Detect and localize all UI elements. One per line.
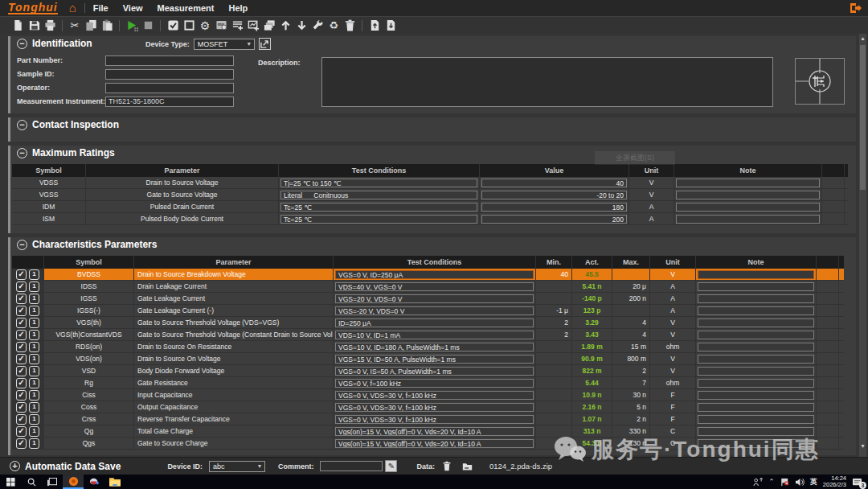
note-input[interactable]: [698, 367, 814, 376]
characteristic-row-VSD[interactable]: ✓1VSDBody Diode Forward VoltageVGS=0 V, …: [12, 365, 844, 377]
note-input[interactable]: [698, 379, 814, 388]
scroll-down-icon[interactable]: ▾: [859, 442, 866, 450]
enable-checkbox[interactable]: ✓: [16, 366, 27, 376]
edit-comment-icon[interactable]: ✎: [385, 460, 397, 472]
test-conditions-input[interactable]: VDS=40 V, VGS=0 V: [335, 282, 534, 291]
enable-checkbox[interactable]: ✓: [16, 342, 27, 352]
value-input[interactable]: 200: [481, 215, 627, 224]
vertical-scrollbar[interactable]: ▴ ▾: [859, 34, 866, 457]
maximum-ratings-header[interactable]: − Maximum Ratings: [10, 146, 856, 160]
repeat-count-button[interactable]: 1: [29, 354, 39, 364]
chart-add-icon[interactable]: [246, 18, 260, 33]
note-input[interactable]: [698, 331, 814, 339]
scroll-up-icon[interactable]: ▴: [859, 35, 866, 42]
characteristic-row-Coss[interactable]: ✓1CossOutput CapacitanceVGS=0 V, VDS=30 …: [12, 401, 844, 413]
menu-file[interactable]: File: [93, 3, 108, 13]
wrench-icon[interactable]: [310, 18, 325, 33]
note-input[interactable]: [698, 282, 814, 291]
characteristic-row-Qg[interactable]: ✓1QgTotal Gate ChargeVgs(on)=15 V, Vgs(o…: [12, 425, 844, 438]
note-input[interactable]: [698, 306, 814, 315]
test-conditions-input[interactable]: VGS=15 V, ID=50 A, PulseWidth=1 ms: [335, 355, 534, 364]
list-add-icon[interactable]: [230, 18, 244, 33]
enable-checkbox[interactable]: ✓: [16, 438, 27, 449]
home-icon[interactable]: ⌂: [69, 1, 76, 15]
note-input[interactable]: [676, 215, 820, 224]
value-input[interactable]: -20 to 20: [481, 191, 627, 199]
note-input[interactable]: [698, 391, 814, 400]
characteristic-row-VDS(on)[interactable]: ✓1VDS(on)Drain to Source On VoltageVGS=1…: [12, 353, 844, 365]
identification-header[interactable]: − Identification Device Type: MOSFET ▾: [10, 36, 856, 51]
operator-input[interactable]: [105, 83, 234, 93]
test-conditions-input[interactable]: VGS=0 V, VDS=30 V, f=100 kHz: [335, 391, 534, 400]
enable-checkbox[interactable]: ✓: [16, 378, 27, 388]
characteristic-row-Rg[interactable]: ✓1RgGate ResistanceVGS=0 V, f=100 kHz5.4…: [12, 377, 844, 389]
file-explorer-icon[interactable]: [104, 475, 125, 489]
repeat-count-button[interactable]: 1: [29, 342, 39, 352]
taskbar-app-icon[interactable]: [84, 475, 104, 489]
measurement-instrument-input[interactable]: TH521-35-1800C: [105, 97, 234, 107]
characteristic-row-RDS(on)[interactable]: ✓1RDS(on)Drain to Source On ResistanceVG…: [12, 341, 844, 353]
test-conditions-input[interactable]: ID=250 μA: [335, 318, 534, 327]
delete-data-icon[interactable]: [441, 460, 453, 472]
save-icon[interactable]: [27, 18, 41, 33]
max-rating-row-ISM[interactable]: ISMPulsed Body Diode CurrentTc=25 ℃200A: [12, 213, 848, 225]
test-conditions-input[interactable]: VGS=-20 V, VDS=0 V: [335, 306, 534, 315]
collapse-icon[interactable]: −: [17, 120, 27, 130]
clock[interactable]: 14:24 2026/2/3: [823, 475, 846, 488]
device-type-select[interactable]: MOSFET ▾: [194, 39, 255, 50]
trash-icon[interactable]: [342, 18, 357, 33]
repeat-count-button[interactable]: 1: [29, 438, 39, 449]
export-file-icon[interactable]: [383, 18, 398, 33]
note-input[interactable]: [676, 179, 820, 187]
note-input[interactable]: [698, 439, 814, 448]
start-button[interactable]: [0, 475, 21, 489]
note-input[interactable]: [698, 318, 814, 327]
gear-icon[interactable]: ⚙: [198, 18, 212, 33]
stop-icon[interactable]: [141, 18, 155, 33]
enable-checkbox[interactable]: ✓: [16, 354, 27, 364]
repeat-count-button[interactable]: 1: [29, 402, 39, 413]
new-file-icon[interactable]: [10, 18, 25, 33]
enable-checkbox[interactable]: ✓: [16, 269, 27, 280]
test-conditions-input[interactable]: VGS=0 V, f=100 kHz: [335, 379, 534, 388]
note-input[interactable]: [676, 203, 820, 212]
copy-icon[interactable]: [84, 18, 98, 33]
enable-checkbox[interactable]: ✓: [16, 281, 27, 292]
test-conditions-input[interactable]: VGS=0 V, ID=250 μA: [335, 270, 534, 279]
max-rating-row-VGSS[interactable]: VGSSGate to Source VoltageLiteral Conitn…: [12, 189, 848, 201]
contact-inspection-header[interactable]: − Contact Inspection: [10, 117, 856, 132]
test-conditions-input[interactable]: Tc=25 ℃: [280, 215, 477, 224]
test-conditions-input[interactable]: Vgs(on)=15 V, Vgs(off)=0 V, Vds=20 V, Id…: [335, 427, 534, 436]
repeat-count-button[interactable]: 1: [29, 294, 39, 304]
arrow-down-icon[interactable]: [294, 18, 309, 33]
repeat-count-button[interactable]: 1: [29, 306, 39, 316]
sample-id-input[interactable]: [105, 69, 234, 80]
comment-input[interactable]: [320, 461, 383, 471]
unchecked-box-icon[interactable]: [182, 18, 196, 33]
characteristic-row-VGS(th)[interactable]: ✓1VGS(th)Gate to Source Threshold Voltag…: [12, 317, 844, 329]
test-conditions-input[interactable]: VGS=0 V, IS=50 A, PulseWidth=1 ms: [335, 367, 534, 376]
note-input[interactable]: [698, 355, 814, 364]
repeat-count-button[interactable]: 1: [29, 330, 39, 340]
import-file-icon[interactable]: [367, 18, 382, 33]
paste-icon[interactable]: [100, 18, 114, 33]
collapse-icon[interactable]: −: [17, 39, 27, 49]
note-input[interactable]: [698, 343, 814, 351]
exit-icon[interactable]: [849, 2, 862, 14]
enable-checkbox[interactable]: ✓: [16, 318, 27, 328]
description-textarea[interactable]: [321, 57, 773, 107]
characteristic-row-BVDSS[interactable]: ✓1BVDSSDrain to Source Breakdown Voltage…: [12, 269, 844, 281]
note-input[interactable]: [698, 415, 814, 424]
note-input[interactable]: [698, 427, 814, 436]
repeat-count-button[interactable]: 1: [29, 378, 39, 388]
test-conditions-input[interactable]: VGS=10 V, ID=180 A, PulseWidth=1 ms: [335, 343, 534, 351]
test-conditions-input[interactable]: VGS=0 V, VDS=30 V, f=100 kHz: [335, 415, 534, 424]
characteristics-header[interactable]: − Characteristics Parameters: [10, 237, 856, 252]
show-hidden-icons-chevron[interactable]: ⌃: [768, 478, 775, 486]
language-indicator[interactable]: 英: [810, 477, 817, 487]
note-input[interactable]: [698, 403, 814, 412]
characteristic-row-Ciss[interactable]: ✓1CissInput CapacitanceVGS=0 V, VDS=30 V…: [12, 389, 844, 401]
note-input[interactable]: [698, 270, 814, 279]
value-input[interactable]: 40: [481, 179, 627, 187]
test-conditions-input[interactable]: Literal Conitnuous: [280, 191, 477, 199]
